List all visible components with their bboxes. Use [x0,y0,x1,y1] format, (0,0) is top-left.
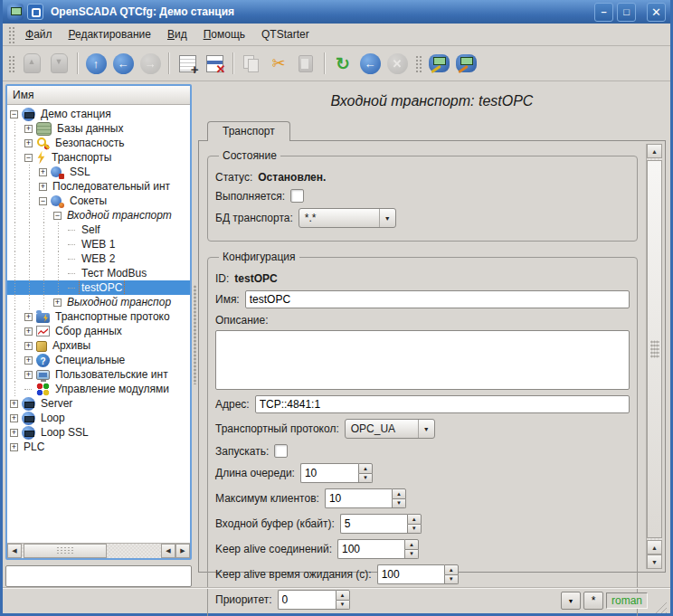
expand-icon[interactable] [10,443,18,451]
expand-icon[interactable] [24,313,33,321]
qtstarter-config-button[interactable] [426,51,451,76]
tree-item[interactable]: Тест ModBus [7,266,190,280]
cut-button[interactable] [266,51,291,76]
tree-item[interactable]: Транспорты [7,150,190,165]
menu-item[interactable]: Файл [17,25,61,43]
modified-indicator-button[interactable]: * [583,592,603,610]
status-dropdown-button[interactable]: ▼ [561,592,581,610]
menu-item[interactable]: Редактирование [61,25,159,43]
tree-item[interactable]: Пользовательские инт [7,367,190,382]
spin-down-icon[interactable]: ▼ [407,525,422,535]
tree-item[interactable]: Сбор данных [7,324,190,338]
input-buffer-input[interactable] [340,514,407,534]
scroll-thumb[interactable] [647,160,662,538]
scroll-up-icon[interactable]: ▲ [647,540,662,554]
tree-item[interactable]: Loop [7,411,190,425]
tree-item[interactable]: testOPC [7,280,190,295]
scroll-left-icon[interactable]: ◀ [161,544,175,558]
tree-item[interactable]: Выходной транспор [7,295,190,309]
tree-horizontal-scrollbar[interactable]: ◀ ◀ ▶ [7,543,190,558]
expand-icon[interactable] [39,183,47,191]
transport-db-combobox[interactable]: *.* ▼ [299,208,396,228]
tree-filter-input[interactable] [5,565,192,587]
address-input[interactable] [255,395,630,413]
description-textarea[interactable] [215,330,630,390]
chevron-down-icon[interactable]: ▼ [379,209,395,227]
back-button[interactable]: ← [110,51,136,76]
scroll-track[interactable] [647,158,662,540]
name-input[interactable] [245,290,630,308]
spin-down-icon[interactable]: ▼ [358,474,373,484]
scroll-track[interactable] [22,544,161,558]
menubar-handle[interactable] [7,25,14,43]
queue-length-spinbox[interactable]: ▲▼ [300,463,373,483]
scroll-left-icon[interactable]: ◀ [7,544,22,558]
keepalive-count-input[interactable] [337,539,404,559]
tree-item[interactable]: PLC [7,440,190,454]
close-button[interactable]: ✕ [647,3,666,22]
tree-item[interactable]: SSL [7,165,190,179]
menu-item[interactable]: QTStarter [253,25,318,43]
running-checkbox[interactable] [290,189,304,203]
titlebar[interactable]: OpenSCADA QTCfg: Демо станция – □ ✕ [3,0,670,24]
toolbar-handle[interactable] [7,54,14,72]
tree-item[interactable]: Входной транспорт [7,208,190,223]
expand-icon[interactable] [24,139,33,147]
expand-icon[interactable] [24,125,33,133]
collapse-icon[interactable] [10,110,18,118]
keepalive-timeout-input[interactable] [377,564,444,584]
delete-item-button[interactable] [202,51,227,76]
toolbar-handle[interactable] [414,54,422,72]
tree-item[interactable]: Server [7,396,190,411]
window-menu-icon[interactable] [27,4,43,20]
menu-item[interactable]: Помощь [195,25,253,43]
maximize-button[interactable]: □ [617,3,636,22]
tree-item[interactable]: Loop SSL [7,425,190,440]
queue-length-input[interactable] [300,463,358,483]
expand-icon[interactable] [53,299,62,307]
tree-item[interactable]: Управление модулями [7,382,190,396]
tree-item[interactable]: Self [7,223,190,237]
spin-up-icon[interactable]: ▲ [407,514,422,525]
spin-up-icon[interactable]: ▲ [444,564,459,575]
collapse-icon[interactable] [53,212,62,220]
max-clients-spinbox[interactable]: ▲▼ [325,488,406,508]
tree-item[interactable]: Безопасность [7,136,190,150]
start-updating-button[interactable]: ← [357,51,383,76]
qtstarter-vision-button[interactable] [453,51,479,76]
menu-item[interactable]: Вид [159,25,195,43]
chevron-down-icon[interactable]: ▼ [418,420,434,438]
add-item-button[interactable] [175,51,200,76]
tree-item[interactable]: Транспортные протоко [7,309,190,324]
expand-icon[interactable] [24,327,33,336]
spin-up-icon[interactable]: ▲ [392,488,406,499]
tree-item[interactable]: WEB 2 [7,251,190,266]
tree-item[interactable]: Специальные [7,353,190,367]
expand-icon[interactable] [24,371,33,379]
minimize-button[interactable]: – [594,3,613,22]
collapse-icon[interactable] [24,154,33,162]
expand-icon[interactable] [24,342,33,350]
tree-item[interactable]: Демо станция [7,107,190,121]
scroll-up-icon[interactable]: ▲ [647,144,662,158]
autostart-checkbox[interactable] [274,444,288,458]
tree-item[interactable]: Последовательный инт [7,179,190,194]
spin-up-icon[interactable]: ▲ [404,539,419,550]
tree-item[interactable]: Сокеты [7,194,190,208]
spin-down-icon[interactable]: ▼ [404,550,419,560]
spin-down-icon[interactable]: ▼ [392,499,406,509]
expand-icon[interactable] [10,400,18,408]
spin-up-icon[interactable]: ▲ [358,463,373,474]
tree-item[interactable]: WEB 1 [7,237,190,251]
expand-icon[interactable] [10,414,18,422]
resize-grip[interactable] [654,601,667,613]
tree-item[interactable]: Архивы [7,338,190,353]
splitter-handle[interactable] [192,84,198,587]
user-label[interactable]: roman [606,592,648,609]
spin-down-icon[interactable]: ▼ [444,575,459,585]
tree-header[interactable]: Имя [7,86,190,105]
tree-item[interactable]: Базы данных [7,121,190,136]
expand-icon[interactable] [10,429,18,437]
keepalive-timeout-spinbox[interactable]: ▲▼ [377,564,459,584]
refresh-button[interactable] [330,51,355,76]
